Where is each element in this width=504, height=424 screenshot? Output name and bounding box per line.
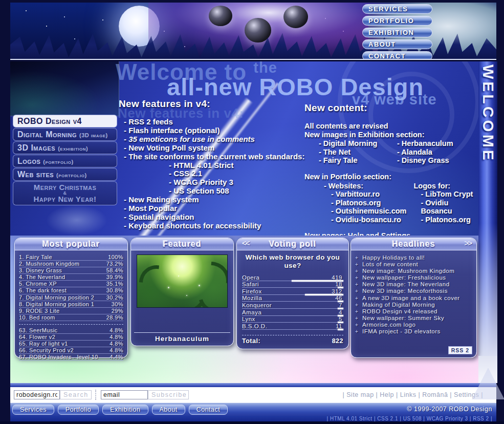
headline-item[interactable]: +ROBO Design v4 released (355, 308, 473, 315)
headline-item[interactable]: +Lots of new content (355, 261, 473, 268)
footer-portfolio-button[interactable]: Portfolio (58, 405, 99, 415)
footer-contact-button[interactable]: Contact (189, 405, 228, 415)
poll-option-name: B.S.O.D. (242, 323, 267, 329)
footer-services-button[interactable]: Services (12, 405, 54, 415)
headline-text: Armorise.com logo (362, 322, 415, 328)
websites-list: - Varbittour.ro- Platonos.org- Outshinem… (324, 190, 413, 224)
sparkle (186, 295, 187, 296)
link-rom-n-[interactable]: Română (422, 391, 448, 398)
rss-badge[interactable]: RSS 2 (448, 346, 472, 354)
menu-item-1[interactable]: 3D Images (exhibition) (13, 141, 117, 154)
link-help[interactable]: Help (380, 391, 394, 398)
popular-row[interactable]: 67. ROBO Invaders - level 104.4% (19, 354, 123, 361)
poll-option-row: Mozilla46 (242, 295, 343, 302)
popular-row[interactable]: 1. Fairy Tale100% (19, 254, 123, 261)
feature-item: - Keyboard shortcuts for accessibility (124, 222, 304, 230)
menu-greeting[interactable]: Merry Christmas&Happy New Year! (13, 181, 117, 205)
stars-decoration (26, 10, 27, 11)
popular-percent: 35.1% (106, 281, 123, 287)
content-line: - Disney Grass (397, 156, 474, 165)
headlines-next-arrow[interactable]: >> (464, 239, 471, 247)
menu-item-2[interactable]: Logos (portfolio) (13, 155, 117, 167)
headline-item[interactable]: +Armorise.com logo (355, 322, 473, 328)
headline-text: A new 3D image and a book cover (362, 295, 460, 302)
poll-option-name: Lynx (242, 316, 255, 322)
popular-percent: 4.8% (109, 327, 123, 333)
footer-standards-bar: | HTML 4.01 Strict | CSS 2.1 | US 508 | … (10, 416, 496, 421)
poll-option-name: Opera (242, 274, 259, 281)
new-content-intro: All contents are revisedNew images in Ex… (304, 122, 478, 139)
popular-row[interactable]: 6. The dark forest30.8% (19, 287, 123, 294)
most-popular-title: Most popular (15, 238, 127, 250)
headline-item[interactable]: +Happy Holidays to all! (355, 255, 473, 261)
headline-text: New wallpaper: Summer Sky (362, 315, 444, 322)
popular-row[interactable]: 8. Digital Morning position 130% (19, 301, 123, 308)
headline-item[interactable]: +IFMA project - 3D elevators (355, 328, 473, 335)
headline-item[interactable]: +Making of Digital Morning (355, 302, 473, 308)
page: SERVICESPORTFOLIOEXHIBITIONABOUTCONTACT … (0, 0, 504, 424)
popular-row[interactable]: 4. The Neverland39.9% (19, 274, 123, 281)
footer-bar: ServicesPortfolioExhibitionAboutContact … (10, 402, 496, 416)
popular-name: 63. SeerMusic (19, 327, 58, 333)
headline-item[interactable]: +New image: Mushroom Kingdom (355, 268, 473, 274)
nav-exhibition-button[interactable]: EXHIBITION (362, 28, 432, 37)
headline-text: New 3D image: The Neverland (362, 281, 450, 288)
nav-contact-button[interactable]: CONTACT (362, 51, 432, 60)
link-site-map[interactable]: Site map (346, 391, 374, 398)
dotted-separator (95, 390, 96, 400)
popular-row[interactable]: 65. Ray of light v14.8% (19, 341, 123, 347)
popular-row[interactable]: 5. Chrome XP35.1% (19, 281, 123, 287)
feature-item: - WCAG Priority 3 (124, 178, 304, 187)
nav-services-button[interactable]: SERVICES (362, 4, 432, 14)
search-button[interactable]: Search (60, 390, 92, 399)
headline-item[interactable]: +A new 3D image and a book cover (355, 295, 473, 302)
popular-row[interactable]: 9. RODE 3 Lite29% (19, 308, 123, 314)
bullet-icon: + (355, 268, 362, 274)
subscribe-button[interactable]: Subscribe (148, 390, 189, 399)
menu-item-0[interactable]: Digital Morning (3D image) (13, 128, 117, 141)
footer-bottom-edge (0, 421, 504, 424)
headline-item[interactable]: +New 3D image: The Neverland (355, 281, 473, 288)
footer-exhibition-button[interactable]: Exhibition (102, 405, 148, 415)
popular-row[interactable]: 66. Security Prod v24.8% (19, 347, 123, 354)
nav-about-button[interactable]: ABOUT (362, 39, 432, 49)
popular-row[interactable]: 63. SeerMusic4.8% (19, 327, 123, 334)
headline-item[interactable]: +New wallpaper: Summer Sky (355, 315, 473, 322)
feature-item: - Flash interface (optional) (124, 126, 304, 135)
menu-list: Digital Morning (3D image)3D Images (exh… (13, 128, 117, 181)
greeting-line: Merry Christmas (13, 183, 117, 191)
poll-options: Opera419Safari18Firefox312Mozilla46Konqu… (242, 274, 343, 330)
popular-row[interactable]: 2. Mushroom Kingdom73.2% (19, 261, 123, 267)
most-popular-header: Most popular (15, 238, 127, 250)
popular-row[interactable]: 7. Digital Morning position 230.2% (19, 294, 123, 301)
poll-prev-arrow[interactable]: << (242, 239, 249, 247)
new-content-block: All contents are revisedNew images in Ex… (304, 122, 478, 236)
divider-band (10, 383, 496, 387)
headlines-header: Headlines >> (351, 238, 476, 250)
email-input[interactable] (101, 390, 148, 399)
featured-caption[interactable]: Herbanaculum (134, 332, 230, 343)
headlines-list: +Happy Holidays to all!+Lots of new cont… (355, 255, 473, 335)
nav-portfolio-button[interactable]: PORTFOLIO (362, 16, 432, 26)
popular-name: 65. Ray of light v1 (19, 341, 68, 347)
nebula-image (10, 61, 119, 116)
popular-name: 66. Security Prod v2 (19, 347, 74, 353)
popular-row[interactable]: 10. Bed room28.9% (19, 314, 123, 321)
popular-row[interactable]: 64. Flower v24.8% (19, 334, 123, 341)
bullet-icon: + (355, 308, 362, 315)
popular-row[interactable]: 3. Disney Grass58.4% (19, 267, 123, 274)
poll-option-name: Safari (242, 281, 259, 287)
link-links[interactable]: Links (400, 391, 417, 398)
search-input[interactable] (14, 390, 60, 399)
menu-item-label: Logos (17, 157, 43, 165)
menu-item-3[interactable]: Web sites (portfolio) (13, 168, 117, 181)
headline-item[interactable]: +New 3D image: Mecoforthosis (355, 288, 473, 294)
triangle-watermark (472, 368, 504, 399)
headline-item[interactable]: +New wallpaper: Freshalicious (355, 274, 473, 281)
featured-image[interactable] (137, 255, 228, 308)
menu-item-robo-design-v4[interactable]: ROBO Design v4 (13, 115, 117, 128)
popular-name: 1. Fairy Tale (19, 254, 52, 260)
toolbar-links: | Site map | Help | Links | Română | Set… (343, 391, 483, 398)
footer-about-button[interactable]: About (152, 405, 185, 415)
featured-header: Featured (131, 238, 233, 250)
